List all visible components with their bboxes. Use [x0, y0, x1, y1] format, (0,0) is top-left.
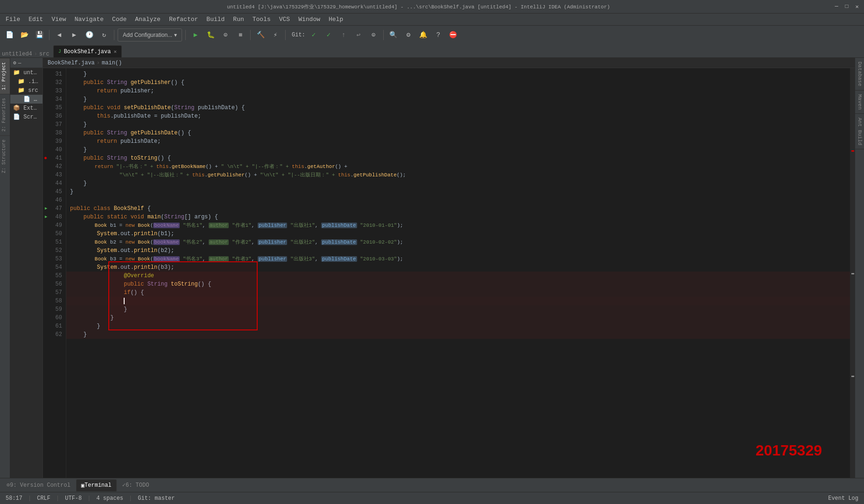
project-panel: ⚙ — 📁 untitl... 📁 .id... 📁 src 📄 un... 📦… — [10, 58, 43, 478]
notifications-button[interactable]: 🔔 — [417, 28, 430, 42]
menu-build[interactable]: Build — [203, 15, 228, 24]
add-config-label: Add Configuration... — [123, 32, 172, 38]
git-commit-button[interactable]: ✓ — [322, 28, 335, 42]
bookshelf-tab[interactable]: J BookShelf.java ✕ — [53, 45, 122, 57]
build-button[interactable]: 🔨 — [254, 28, 267, 42]
menu-edit[interactable]: Edit — [25, 15, 47, 24]
project-tab-label[interactable]: untitled4 — [2, 51, 32, 57]
forward-button[interactable]: ▶ — [68, 28, 81, 42]
menu-vcs[interactable]: VCS — [275, 15, 294, 24]
title-bar: untitled4 [J:\java\175329作业\175329_homew… — [0, 0, 864, 13]
close-button[interactable]: ✕ — [854, 3, 860, 10]
ln-31: 31 — [43, 70, 66, 78]
ln-41: ●41 — [43, 154, 66, 162]
right-sidebar: Database Maven Ant Build — [855, 58, 864, 478]
ln-42: 42 — [43, 162, 66, 171]
add-configuration-button[interactable]: Add Configuration... ▾ — [118, 28, 182, 42]
ln-55: 55 — [43, 272, 66, 280]
menu-tools[interactable]: Tools — [249, 15, 274, 24]
menu-file[interactable]: File — [2, 15, 24, 24]
favorites-tab[interactable]: 2: Favorites — [0, 94, 10, 135]
rebuild-button[interactable]: ⚡ — [269, 28, 282, 42]
tree-scratch[interactable]: 📄 Scrat... — [10, 112, 42, 121]
git-area: Git: ✓ ✓ ↑ ↩ ⊙ — [292, 28, 380, 42]
ln-46: 46 — [43, 196, 66, 204]
structure-tab[interactable]: Z: Structure — [0, 135, 10, 177]
gear-icon[interactable]: ⚙ — [13, 60, 16, 66]
save-button[interactable]: 💾 — [33, 28, 46, 42]
ln-61: 61 — [43, 322, 66, 330]
settings-button[interactable]: ⚙ — [402, 28, 415, 42]
git-history-button[interactable]: ⊙ — [367, 28, 380, 42]
maximize-button[interactable]: □ — [843, 3, 850, 10]
ln-53: 53 — [43, 255, 66, 263]
event-log-button[interactable]: Event Log — [826, 495, 860, 502]
code-content[interactable]: } public String getPublisher() { return … — [66, 68, 850, 478]
menu-run[interactable]: Run — [229, 15, 247, 24]
ln-56: 56 — [43, 280, 66, 288]
code-line-53: Book b3 = new Book(bookName "书名3", autho… — [66, 255, 850, 263]
ln-57: 57 — [43, 288, 66, 297]
tree-untitled4[interactable]: 📁 untitl... — [10, 68, 42, 77]
menu-code[interactable]: Code — [108, 15, 130, 24]
todo-tab[interactable]: ✓ 6: TODO — [118, 479, 154, 491]
tree-bookshelf[interactable]: 📄 un... — [10, 95, 42, 104]
new-file-button[interactable]: 📄 — [3, 28, 16, 42]
breadcrumb-method[interactable]: main() — [102, 60, 122, 66]
minimize-button[interactable]: ─ — [833, 3, 840, 10]
ant-build-tab[interactable]: Ant Build — [855, 114, 864, 149]
toolbar-separator-5 — [285, 30, 286, 40]
recent-button[interactable]: 🕐 — [83, 28, 96, 42]
search-everywhere-button[interactable]: 🔍 — [387, 28, 400, 42]
tree-src[interactable]: 📁 src — [10, 86, 42, 95]
right-scroll[interactable] — [850, 68, 855, 478]
code-line-46 — [66, 196, 850, 204]
version-control-tab[interactable]: ⊙ 9: Version Control — [2, 479, 75, 491]
toolbar-separator-4 — [250, 30, 251, 40]
debug-button[interactable]: 🐛 — [204, 28, 217, 42]
ln-47: ▶47 — [43, 204, 66, 213]
menu-window[interactable]: Window — [295, 15, 324, 24]
code-line-41: public String toString() { — [66, 154, 850, 162]
menu-analyze[interactable]: Analyze — [131, 15, 164, 24]
git-push-button[interactable]: ↑ — [337, 28, 350, 42]
terminal-icon: ▣ — [81, 482, 84, 489]
breadcrumb-bookshelf[interactable]: BookShelf.java — [48, 60, 95, 66]
code-line-39: return publishDate; — [66, 137, 850, 146]
collapse-icon[interactable]: — — [18, 60, 21, 66]
menu-refactor[interactable]: Refactor — [165, 15, 202, 24]
git-update-button[interactable]: ✓ — [307, 28, 320, 42]
window-controls: ─ □ ✕ — [833, 3, 860, 10]
menu-navigate[interactable]: Navigate — [71, 15, 107, 24]
help-button[interactable]: ? — [432, 28, 445, 42]
code-line-45: } — [66, 188, 850, 196]
status-position[interactable]: 58:17 — [4, 495, 24, 502]
scroll-marker-1 — [851, 150, 854, 152]
tree-external[interactable]: 📦 Extern... — [10, 104, 42, 112]
back-button[interactable]: ◀ — [53, 28, 66, 42]
status-git-branch[interactable]: Git: master — [136, 495, 176, 502]
ln-37: 37 — [43, 120, 66, 129]
code-line-52: System.out.println(b2); — [66, 246, 850, 255]
src-tab-label[interactable]: src — [39, 51, 49, 57]
status-encoding[interactable]: UTF-8 — [63, 495, 84, 502]
stop-button[interactable]: ■ — [234, 28, 247, 42]
maven-tab[interactable]: Maven — [855, 91, 864, 114]
stop2-button[interactable]: ⛔ — [447, 28, 460, 42]
project-panel-tab[interactable]: 1: Project — [0, 58, 10, 94]
code-line-49: Book b1 = new Book(bookName "书名1", autho… — [66, 221, 850, 230]
menu-view[interactable]: View — [48, 15, 70, 24]
menu-bar: File Edit View Navigate Code Analyze Ref… — [0, 13, 864, 25]
terminal-tab[interactable]: ▣ Terminal — [76, 479, 117, 491]
refresh-button[interactable]: ↻ — [98, 28, 111, 42]
status-indentation[interactable]: 4 spaces — [94, 495, 125, 502]
coverage-button[interactable]: ⊙ — [219, 28, 232, 42]
open-button[interactable]: 📂 — [18, 28, 31, 42]
tree-id[interactable]: 📁 .id... — [10, 77, 42, 86]
status-line-ending[interactable]: CRLF — [35, 495, 52, 502]
menu-help[interactable]: Help — [325, 15, 347, 24]
git-pull-button[interactable]: ↩ — [352, 28, 365, 42]
run-button[interactable]: ▶ — [189, 28, 202, 42]
tab-close-button[interactable]: ✕ — [113, 49, 117, 55]
database-tab[interactable]: Database — [855, 58, 864, 91]
